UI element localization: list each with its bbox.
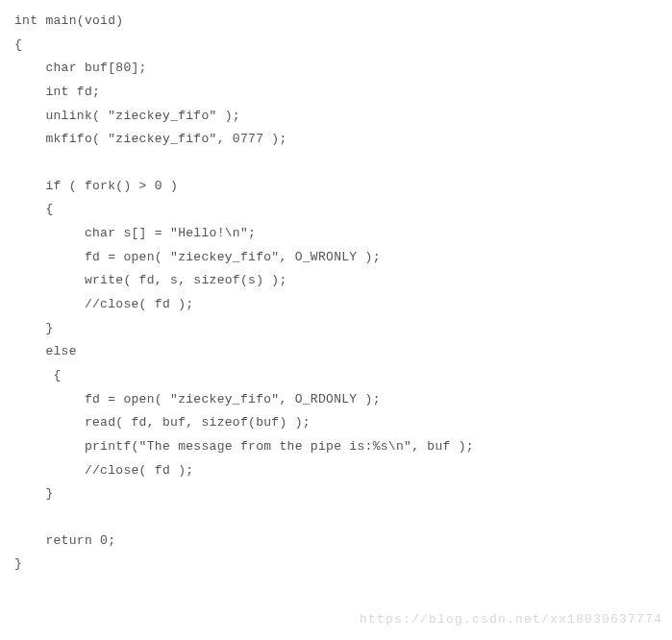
code-line: //close( fd ); — [14, 293, 672, 317]
code-line: if ( fork() > 0 ) — [14, 175, 672, 199]
code-line: { — [14, 34, 672, 58]
watermark-text: https://blog.csdn.net/xx18030637774 — [360, 608, 662, 632]
code-line: { — [14, 198, 672, 222]
code-line: printf("The message from the pipe is:%s\… — [14, 435, 672, 459]
code-line: int fd; — [14, 81, 672, 105]
code-line: char s[] = "Hello!\n"; — [14, 222, 672, 246]
code-block: int main(void) { char buf[80]; int fd; u… — [14, 10, 672, 577]
code-line — [14, 506, 672, 529]
code-line: else — [14, 340, 672, 364]
code-line: char buf[80]; — [14, 57, 672, 81]
code-line: return 0; — [14, 529, 672, 554]
code-line — [14, 152, 672, 174]
code-line: read( fd, buf, sizeof(buf) ); — [14, 411, 672, 435]
code-line: unlink( "zieckey_fifo" ); — [14, 105, 672, 129]
code-line: fd = open( "zieckey_fifo", O_WRONLY ); — [14, 246, 672, 270]
code-line: } — [14, 317, 672, 341]
code-line: fd = open( "zieckey_fifo", O_RDONLY ); — [14, 388, 672, 412]
code-line: //close( fd ); — [14, 459, 672, 483]
code-line: } — [14, 482, 672, 506]
code-line: write( fd, s, sizeof(s) ); — [14, 269, 672, 293]
code-line: int main(void) — [14, 10, 672, 34]
code-line: { — [14, 364, 672, 388]
code-line: mkfifo( "zieckey_fifo", 0777 ); — [14, 128, 672, 152]
code-line: } — [14, 553, 672, 577]
